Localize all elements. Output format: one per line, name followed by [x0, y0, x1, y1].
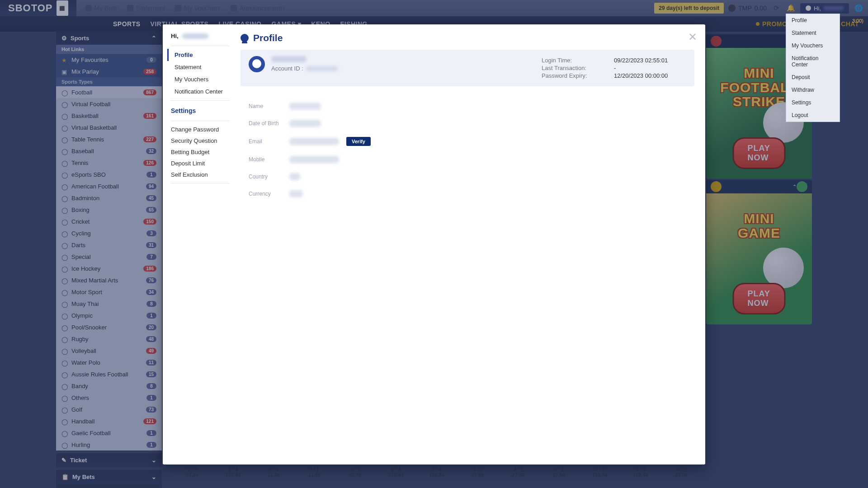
account-summary-card: Account ID : Login Time:09/22/2023 02:55…: [241, 50, 694, 86]
close-icon[interactable]: ✕: [688, 31, 697, 43]
account-meta: Login Time:09/22/2023 02:55:01 Last Tran…: [542, 56, 686, 80]
modal-title: Profile: [241, 33, 694, 43]
section-vouchers[interactable]: My Vouchers: [171, 73, 230, 85]
modal-sidebar: Hi, Profile Statement My Vouchers Notifi…: [163, 24, 230, 465]
settings-change-password[interactable]: Change Password: [171, 124, 230, 135]
display-name-blur: [271, 56, 307, 62]
user-menu-statement[interactable]: Statement: [786, 27, 840, 39]
user-menu-logout[interactable]: Logout: [786, 109, 840, 122]
settings-list: Change Password Security Question Bettin…: [171, 121, 230, 183]
profile-icon: [241, 34, 249, 42]
settings-deposit-limit[interactable]: Deposit Limit: [171, 158, 230, 169]
account-section-list: Profile Statement My Vouchers Notificati…: [171, 46, 230, 101]
section-notifications[interactable]: Notification Center: [171, 85, 230, 98]
settings-security-question[interactable]: Security Question: [171, 135, 230, 146]
user-menu-profile[interactable]: Profile: [786, 14, 840, 27]
profile-fields: Name Date of Birth EmailVerify Mobile Co…: [241, 86, 694, 214]
name-value-blur: [289, 103, 321, 110]
settings-betting-budget[interactable]: Betting Budget: [171, 146, 230, 158]
user-menu-vouchers[interactable]: My Vouchers: [786, 39, 840, 52]
dob-value-blur: [289, 120, 321, 127]
user-dropdown: Profile Statement My Vouchers Notificati…: [786, 14, 840, 122]
section-statement[interactable]: Statement: [171, 61, 230, 73]
profile-modal: Hi, Profile Statement My Vouchers Notifi…: [163, 24, 705, 465]
mobile-value-blur: [289, 156, 339, 163]
currency-value-blur: [289, 190, 303, 197]
username-blur: [182, 33, 208, 39]
gmt-label: 3:00): [852, 18, 863, 23]
user-menu-withdraw[interactable]: Withdraw: [786, 84, 840, 96]
modal-main: ✕ Profile Account ID : Login Time:09/22/…: [230, 24, 705, 465]
account-id-row: Account ID :: [271, 65, 338, 72]
user-menu-deposit[interactable]: Deposit: [786, 71, 840, 84]
section-profile[interactable]: Profile: [167, 49, 230, 61]
verify-button[interactable]: Verify: [346, 137, 371, 146]
settings-header: Settings: [171, 107, 230, 114]
user-menu-notifications[interactable]: Notification Center: [786, 52, 840, 71]
avatar-icon: [249, 56, 265, 72]
email-value-blur: [289, 138, 339, 145]
country-value-blur: [289, 173, 300, 180]
settings-self-exclusion[interactable]: Self Exclusion: [171, 169, 230, 180]
modal-greeting: Hi,: [171, 33, 230, 39]
user-menu-settings[interactable]: Settings: [786, 96, 840, 109]
account-id-blur: [306, 66, 338, 71]
